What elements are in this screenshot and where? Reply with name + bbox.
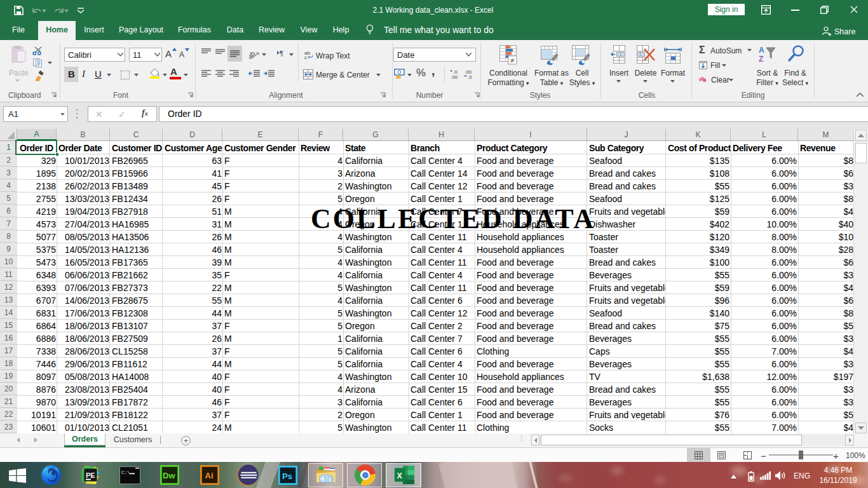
svg-text:.0: .0: [468, 74, 472, 79]
svg-text:Ps: Ps: [282, 471, 292, 481]
svg-text:≠: ≠: [510, 57, 514, 64]
svg-text:A: A: [759, 46, 764, 55]
svg-text:X: X: [397, 471, 403, 480]
svg-text:¶: ¶: [280, 50, 283, 57]
svg-text:PE: PE: [86, 471, 95, 479]
svg-text:.00: .00: [451, 74, 458, 79]
svg-text:Z: Z: [759, 55, 763, 64]
svg-text:c: c: [304, 55, 307, 59]
svg-text:Dw: Dw: [163, 471, 175, 480]
svg-text:Ai: Ai: [205, 471, 214, 480]
svg-text:C:\: C:\: [121, 470, 130, 475]
svg-text:ab: ab: [249, 50, 257, 60]
